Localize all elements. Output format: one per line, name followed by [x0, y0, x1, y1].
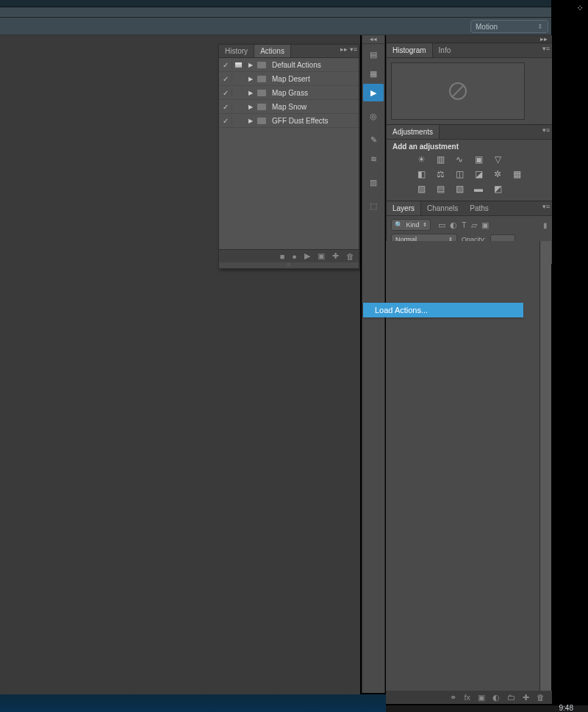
expand-icon[interactable]: ▶ — [245, 76, 256, 82]
layers-panel-tabs: Layers Channels Paths ▾≡ — [387, 201, 552, 216]
actions-panel-footer: ■ ● ▶ ▣ ✚ 🗑 — [219, 249, 359, 262]
invert-icon[interactable]: ▨ — [415, 183, 428, 195]
workspace-dropdown[interactable]: Motion ⇕ — [470, 20, 548, 33]
app-outer-black-area: ⁘ — [551, 0, 588, 712]
filter-toggle-icon[interactable]: ▮ — [543, 221, 548, 229]
expand-icon[interactable]: ▶ — [245, 118, 256, 124]
selective-color-icon[interactable]: ◩ — [491, 183, 504, 195]
action-set-row[interactable]: ✓ ▶ Map Desert — [219, 72, 359, 86]
svg-line-1 — [452, 85, 464, 97]
filter-pixel-icon[interactable]: ▭ — [438, 220, 445, 230]
action-set-name: Default Actions — [268, 61, 359, 69]
action-set-row[interactable]: ✓ ▶ Map Snow — [219, 100, 359, 114]
new-fill-adjust-icon[interactable]: ◐ — [492, 693, 500, 702]
new-set-icon[interactable]: ▣ — [318, 251, 325, 261]
layer-style-icon[interactable]: fx — [464, 693, 470, 702]
vibrance-icon[interactable]: ▽ — [491, 154, 504, 165]
threshold-icon[interactable]: ▧ — [453, 183, 466, 195]
delete-layer-icon[interactable]: 🗑 — [537, 693, 545, 702]
stop-icon[interactable]: ■ — [280, 252, 285, 261]
brightness-icon[interactable]: ☀ — [415, 154, 428, 165]
dialog-icon — [234, 62, 243, 68]
panel-icon[interactable]: ▦ — [363, 65, 384, 82]
tab-layers[interactable]: Layers — [387, 201, 421, 215]
panel-icon[interactable]: ⬚ — [363, 197, 384, 215]
folder-icon — [256, 118, 268, 124]
panel-menu-icon[interactable]: ▾≡ — [542, 203, 550, 210]
new-group-icon[interactable]: 🗀 — [507, 693, 515, 702]
channel-mixer-icon[interactable]: ✲ — [491, 168, 504, 180]
os-taskbar[interactable] — [0, 694, 386, 712]
collapse-panels-icon[interactable]: ▸▸ — [387, 35, 552, 43]
fullscreen-toggle-icon[interactable]: ⁘ — [575, 3, 585, 13]
actions-expand-icon[interactable]: ▸▸ — [340, 46, 348, 53]
menu-item-load-actions[interactable]: Load Actions... — [363, 303, 523, 317]
tab-channels[interactable]: Channels — [421, 201, 464, 215]
delete-icon[interactable]: 🗑 — [346, 252, 354, 261]
color-balance-icon[interactable]: ⚖ — [434, 168, 447, 180]
action-set-row[interactable]: ✓ ▶ Map Grass — [219, 86, 359, 100]
workspace-selected-label: Motion — [476, 23, 498, 31]
action-set-row[interactable]: ✓ ▶ Default Actions — [219, 58, 359, 72]
actions-panel-menu-icon[interactable]: ▾≡ — [350, 46, 357, 53]
layers-scrollbar[interactable] — [540, 241, 551, 691]
record-icon[interactable]: ● — [292, 252, 297, 261]
layer-filter-kind-label: Kind — [406, 221, 419, 229]
panel-icon[interactable]: ✎ — [363, 131, 384, 148]
action-dialog-toggle[interactable] — [232, 62, 245, 68]
exposure-icon[interactable]: ▣ — [472, 154, 485, 165]
play-icon[interactable]: ▶ — [304, 251, 310, 261]
tab-info[interactable]: Info — [433, 43, 457, 57]
curves-icon[interactable]: ∿ — [453, 154, 466, 165]
posterize-icon[interactable]: ▤ — [434, 183, 447, 195]
panel-icon[interactable]: ▤ — [363, 46, 384, 63]
adjustments-panel-tabs: Adjustments ▾≡ — [387, 125, 552, 140]
new-layer-icon[interactable]: ✚ — [523, 693, 529, 702]
filter-shape-icon[interactable]: ▱ — [471, 220, 477, 230]
layer-filter-kind-dropdown[interactable]: 🔍 Kind ⇕ — [391, 219, 431, 231]
new-action-icon[interactable]: ✚ — [332, 251, 339, 261]
gradient-map-icon[interactable]: ▬ — [472, 183, 485, 195]
tab-paths[interactable]: Paths — [464, 201, 495, 215]
no-data-icon — [447, 80, 469, 102]
expand-icon[interactable]: ▶ — [245, 62, 256, 68]
link-layers-icon[interactable]: ⚭ — [450, 693, 456, 702]
filter-type-icon[interactable]: T — [462, 220, 467, 230]
tab-history[interactable]: History — [219, 45, 254, 57]
action-set-row[interactable]: ✓ ▶ GFF Dust Effects — [219, 114, 359, 128]
tab-histogram[interactable]: Histogram — [387, 43, 433, 57]
hue-sat-icon[interactable]: ◧ — [415, 168, 428, 180]
action-enabled-check-icon[interactable]: ✓ — [219, 117, 232, 125]
layers-panel-footer: ⚭ fx ▣ ◐ 🗀 ✚ 🗑 — [386, 691, 552, 704]
right-panel-column: ▸▸ Histogram Info ▾≡ Adjustments ▾≡ Add … — [386, 35, 552, 264]
actions-list: ✓ ▶ Default Actions ✓ ▶ Map Desert ✓ ▶ M… — [219, 58, 359, 249]
levels-icon[interactable]: ▥ — [434, 154, 447, 165]
color-lookup-icon[interactable]: ▦ — [510, 168, 523, 180]
filter-adjustment-icon[interactable]: ◐ — [450, 220, 457, 230]
expand-icon[interactable]: ▶ — [245, 104, 256, 110]
actions-panel: History Actions ▸▸ ▾≡ ✓ ▶ Default Action… — [218, 44, 359, 269]
tab-adjustments[interactable]: Adjustments — [387, 125, 440, 139]
action-set-name: Map Grass — [268, 89, 359, 97]
folder-icon — [256, 62, 268, 68]
os-taskbar-right: 9:48 — [386, 705, 588, 712]
panel-resize-grip[interactable] — [219, 262, 359, 268]
bw-icon[interactable]: ◫ — [453, 168, 466, 180]
action-enabled-check-icon[interactable]: ✓ — [219, 103, 232, 111]
collapse-arrow-icon[interactable]: ◂◂ — [362, 35, 384, 44]
panel-icon[interactable]: ≋ — [363, 150, 384, 168]
panel-icon[interactable]: ▶ — [363, 84, 384, 101]
folder-icon — [256, 90, 268, 96]
action-enabled-check-icon[interactable]: ✓ — [219, 61, 232, 69]
action-enabled-check-icon[interactable]: ✓ — [219, 75, 232, 83]
tab-actions[interactable]: Actions — [254, 45, 291, 57]
panel-icon[interactable]: ◎ — [363, 107, 384, 125]
panel-menu-icon[interactable]: ▾≡ — [542, 45, 550, 52]
filter-smart-icon[interactable]: ▣ — [481, 220, 489, 230]
action-enabled-check-icon[interactable]: ✓ — [219, 89, 232, 97]
panel-icon[interactable]: ▥ — [363, 173, 384, 191]
expand-icon[interactable]: ▶ — [245, 90, 256, 96]
layer-mask-icon[interactable]: ▣ — [478, 693, 485, 702]
photo-filter-icon[interactable]: ◪ — [472, 168, 485, 180]
panel-menu-icon[interactable]: ▾≡ — [542, 126, 550, 134]
